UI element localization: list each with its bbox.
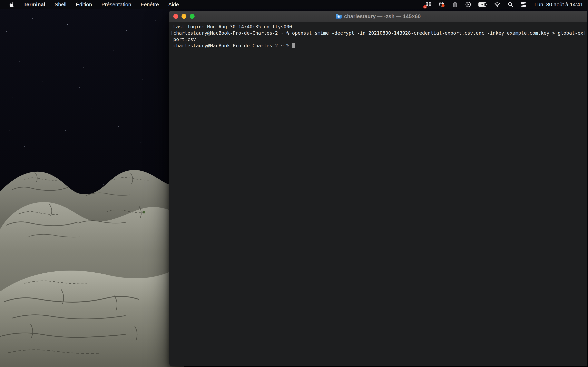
spotlight-search-icon: [508, 2, 513, 7]
battery-menu-item[interactable]: [475, 0, 491, 9]
command-line-wrap: port.csv: [173, 37, 196, 42]
menu-presentation[interactable]: Présentation: [97, 0, 136, 9]
arch-app-menu-item[interactable]: [449, 0, 462, 9]
menu-bar: Terminal Shell Édition Présentation Fenê…: [0, 0, 588, 9]
minimize-button[interactable]: [182, 14, 186, 19]
apple-menu[interactable]: [5, 0, 19, 9]
close-button[interactable]: [173, 14, 178, 19]
command-mark-close: ]: [583, 30, 586, 36]
terminal-line: [charlestaury@MacBook-Pro-de-Charles-2 ~…: [171, 30, 587, 36]
zoom-button[interactable]: [190, 14, 195, 19]
terminal-line: port.csv: [171, 36, 587, 43]
play-circle-icon: [465, 1, 471, 8]
window-titlebar[interactable]: charlestaury — -zsh — 145×60: [169, 11, 587, 22]
play-app-menu-item[interactable]: [462, 0, 475, 9]
apple-logo-icon: [9, 2, 14, 7]
menu-bar-clock[interactable]: Lun. 30 août à 14:41: [530, 1, 583, 8]
arch-icon: [452, 1, 458, 8]
spotlight-menu-item[interactable]: [504, 0, 517, 9]
swirl-app-icon: [439, 1, 445, 8]
desktop: Terminal Shell Édition Présentation Fenê…: [0, 0, 588, 367]
wifi-icon: [494, 2, 501, 7]
menu-shell[interactable]: Shell: [50, 0, 71, 9]
window-title: charlestaury — -zsh — 145×60: [344, 13, 421, 20]
menu-aide[interactable]: Aide: [164, 0, 183, 9]
command-line: charlestaury@MacBook-Pro-de-Charles-2 ~ …: [173, 30, 583, 36]
swirl-app-menu-item[interactable]: [435, 0, 449, 9]
dropbox-badge: 1: [423, 5, 427, 8]
last-login-line: Last login: Mon Aug 30 14:40:35 on ttys0…: [173, 24, 292, 29]
dropbox-menu-item[interactable]: 1: [422, 0, 435, 9]
menu-fenetre[interactable]: Fenêtre: [136, 0, 164, 9]
terminal-line: Last login: Mon Aug 30 14:40:35 on ttys0…: [171, 24, 587, 30]
battery-icon: [478, 2, 487, 7]
wifi-menu-item[interactable]: [491, 0, 504, 9]
menu-edition[interactable]: Édition: [71, 0, 97, 9]
home-folder-icon[interactable]: [336, 14, 342, 19]
control-center-icon: [520, 2, 527, 7]
terminal-window: charlestaury — -zsh — 145×60 Last login:…: [169, 11, 587, 366]
control-center-menu-item[interactable]: [517, 0, 530, 9]
terminal-cursor: [292, 43, 295, 48]
prompt-line: charlestaury@MacBook-Pro-de-Charles-2 ~ …: [173, 43, 292, 48]
menu-terminal[interactable]: Terminal: [19, 0, 50, 9]
terminal-content[interactable]: Last login: Mon Aug 30 14:40:35 on ttys0…: [169, 22, 587, 366]
terminal-line: charlestaury@MacBook-Pro-de-Charles-2 ~ …: [171, 43, 587, 49]
command-mark-open: [: [171, 30, 173, 36]
